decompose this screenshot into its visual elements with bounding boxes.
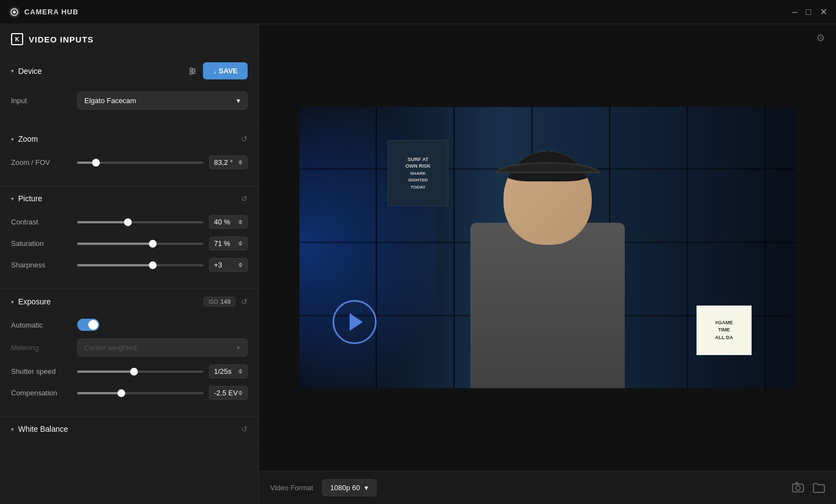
shutter-spinner[interactable] — [238, 369, 243, 374]
play-icon — [350, 313, 363, 331]
settings-icon[interactable]: ⚙ — [816, 32, 825, 44]
input-dropdown-value: Elgato Facecam — [84, 96, 136, 105]
app-icon — [9, 7, 20, 18]
person-area — [459, 151, 636, 388]
device-section-header-left: ▾ Device — [11, 67, 42, 76]
shutter-slider-wrapper — [77, 371, 203, 373]
saturation-value-text: 71 % — [214, 239, 231, 248]
shutter-up-arrow[interactable] — [238, 369, 243, 371]
zoom-section-label: Zoom — [18, 135, 38, 143]
automatic-toggle[interactable] — [77, 319, 99, 331]
contrast-thumb — [124, 218, 132, 226]
sharpness-down-arrow[interactable] — [238, 265, 243, 267]
device-chevron-icon: ▾ — [11, 68, 14, 74]
white-balance-reset-icon[interactable]: ↺ — [241, 425, 248, 433]
white-balance-section-label: White Balance — [18, 425, 68, 433]
zoom-section: ▾ Zoom ↺ Zoom / FOV 83 — [0, 127, 259, 186]
iso-label: ISO — [208, 299, 218, 305]
saturation-down-arrow[interactable] — [238, 244, 243, 246]
white-balance-section-header[interactable]: ▾ White Balance ↺ — [0, 417, 259, 441]
exposure-section: ▾ Exposure ISO 149 ↺ Automatic — [0, 289, 259, 417]
exposure-section-header[interactable]: ▾ Exposure ISO 149 ↺ — [0, 289, 259, 314]
compensation-slider[interactable] — [77, 392, 203, 394]
saturation-slider-wrapper — [77, 243, 203, 245]
contrast-down-arrow[interactable] — [238, 222, 243, 224]
sharpness-thumb — [149, 261, 157, 269]
contrast-slider[interactable] — [77, 221, 203, 223]
picture-chevron-icon: ▾ — [11, 196, 14, 202]
zoom-chevron-icon: ▾ — [11, 136, 14, 142]
close-button[interactable]: ✕ — [820, 7, 827, 17]
picture-section: ▾ Picture ↺ Contrast — [0, 186, 259, 289]
saturation-spinner[interactable] — [238, 241, 243, 246]
white-balance-section: ▾ White Balance ↺ — [0, 417, 259, 442]
maximize-button[interactable]: □ — [806, 7, 811, 17]
panel-header: K VIDEO INPUTS — [0, 24, 259, 55]
zoom-fov-value: 83,2 ° — [209, 156, 248, 169]
sharpness-up-arrow[interactable] — [238, 262, 243, 265]
svg-rect-10 — [796, 482, 798, 484]
body — [470, 223, 625, 388]
sharpness-spinner[interactable] — [238, 262, 243, 267]
shutter-value-text: 1/25s — [214, 367, 232, 376]
contrast-up-arrow[interactable] — [238, 219, 243, 222]
zoom-fov-down-arrow[interactable] — [238, 163, 243, 165]
svg-point-5 — [190, 68, 192, 70]
minimize-button[interactable]: – — [792, 7, 797, 17]
device-header-actions: ↓ SAVE — [187, 62, 248, 79]
save-button[interactable]: ↓ SAVE — [203, 62, 248, 79]
bottom-icons — [792, 482, 825, 494]
iso-value: 149 — [221, 298, 231, 305]
compensation-down-arrow[interactable] — [238, 393, 243, 395]
shutter-down-arrow[interactable] — [238, 372, 243, 374]
zoom-fov-value-text: 83,2 ° — [214, 158, 233, 167]
shutter-slider[interactable] — [77, 371, 203, 373]
exposure-section-body: Automatic Metering Center weighted ▾ Shu… — [0, 314, 259, 416]
game-sign: #GAMETIMEALL DA — [696, 305, 752, 355]
metering-dropdown[interactable]: Center weighted ▾ — [77, 339, 248, 357]
zoom-reset-icon[interactable]: ↺ — [241, 135, 248, 143]
zoom-fov-spinner[interactable] — [238, 160, 243, 165]
folder-icon[interactable] — [813, 483, 825, 493]
sharpness-fill — [77, 264, 153, 266]
compensation-spinner[interactable] — [238, 390, 243, 395]
picture-reset-icon[interactable]: ↺ — [241, 194, 248, 203]
input-dropdown-chevron: ▾ — [237, 96, 240, 105]
saturation-up-arrow[interactable] — [238, 241, 243, 243]
compensation-value: -2.5 EV — [209, 386, 248, 400]
device-section-header[interactable]: ▾ Device ↓ SAVE — [0, 55, 259, 87]
automatic-label: Automatic — [11, 321, 77, 329]
compensation-row: Compensation -2.5 EV — [11, 386, 248, 400]
sharpness-value-text: +3 — [214, 261, 222, 269]
sliders-icon[interactable] — [187, 66, 197, 76]
sharpness-slider[interactable] — [77, 264, 203, 266]
zoom-fov-up-arrow[interactable] — [238, 160, 243, 162]
contrast-row: Contrast 40 % — [11, 215, 248, 229]
zoom-fov-slider[interactable] — [77, 162, 203, 164]
contrast-spinner[interactable] — [238, 219, 243, 224]
saturation-slider[interactable] — [77, 243, 203, 245]
camera-scene: SURF ATOWN RISKSHARKSIGHTEDTODAY #GAMETI… — [299, 107, 796, 388]
zoom-fov-slider-fill — [77, 162, 96, 164]
exposure-section-label: Exposure — [18, 297, 51, 306]
exposure-header-right: ISO 149 ↺ — [203, 297, 248, 307]
compensation-up-arrow[interactable] — [238, 390, 243, 393]
video-inputs-icon: K — [11, 33, 23, 45]
automatic-row: Automatic — [11, 319, 248, 331]
bottom-bar: Video Format 1080p 60 ▾ — [259, 471, 836, 504]
compensation-thumb — [117, 389, 125, 397]
app-title: CAMERA HUB — [24, 8, 78, 16]
exposure-reset-icon[interactable]: ↺ — [241, 297, 248, 306]
video-inputs-icon-label: K — [15, 36, 19, 42]
zoom-section-header-left: ▾ Zoom — [11, 135, 38, 143]
format-dropdown[interactable]: 1080p 60 ▾ — [322, 479, 377, 496]
screenshot-icon[interactable] — [792, 482, 804, 494]
compensation-slider-wrapper — [77, 392, 203, 394]
game-sign-text: #GAMETIMEALL DA — [715, 319, 733, 342]
iso-badge: ISO 149 — [203, 297, 235, 307]
zoom-section-header[interactable]: ▾ Zoom ↺ — [0, 127, 259, 151]
picture-section-header-left: ▾ Picture — [11, 194, 42, 203]
picture-section-header[interactable]: ▾ Picture ↺ — [0, 186, 259, 211]
saturation-row: Saturation 71 % — [11, 237, 248, 250]
input-dropdown[interactable]: Elgato Facecam ▾ — [77, 92, 248, 110]
